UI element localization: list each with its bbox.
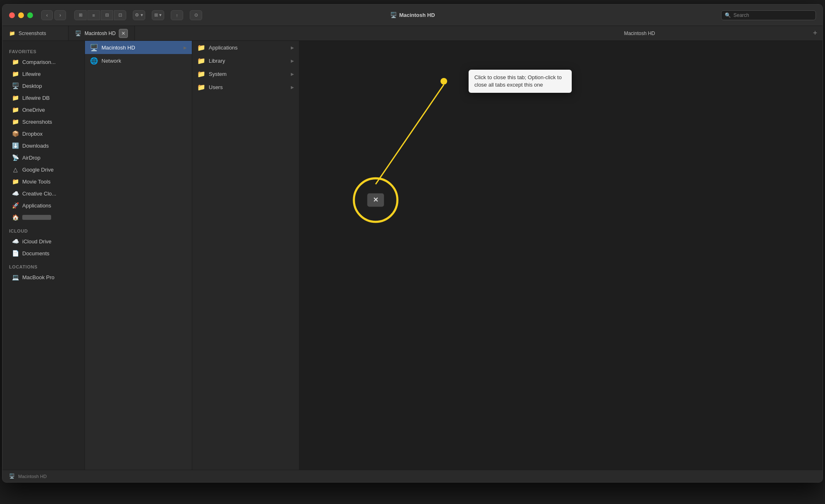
minimize-button[interactable] (18, 12, 24, 18)
main-area: Click to close this tab; Option-click to… (299, 41, 823, 470)
annotation-dot (441, 78, 447, 85)
sidebar-item-applications[interactable]: 🚀 Applications (5, 200, 82, 211)
system-folder-arrow: ▶ (291, 72, 294, 76)
tab-macintosh-hd-label: Macintosh HD (85, 31, 116, 36)
tab-screenshots-icon: 📁 (9, 31, 15, 36)
forward-button[interactable]: › (54, 10, 66, 20)
sidebar-label-creative-cloud: Creative Clo... (22, 191, 56, 197)
file-item-users[interactable]: 📁 Users ▶ (192, 80, 299, 94)
network-label: Network (101, 58, 187, 64)
tab-screenshots[interactable]: 📁 Screenshots (2, 26, 68, 40)
sidebar: Favorites 📁 Comparison... 📁 Lifewire 🖥️ … (2, 41, 85, 470)
library-folder-icon: 📁 (197, 57, 205, 65)
locations-header: Locations (2, 259, 85, 271)
sidebar-item-onedrive[interactable]: 📁 OneDrive (5, 104, 82, 115)
tabs-bar: 📁 Screenshots 🖥️ Macintosh HD ✕ Macintos… (2, 26, 823, 41)
sidebar-label-documents: Documents (22, 250, 50, 257)
close-button[interactable] (9, 12, 15, 18)
sidebar-label-lifewire: Lifewire (22, 71, 41, 77)
annotation-x-bg (367, 193, 384, 207)
tooltip-text: Click to close this tab; Option-click to… (474, 74, 562, 88)
file-item-library[interactable]: 📁 Library ▶ (192, 54, 299, 67)
share-button[interactable]: ↑ (171, 10, 183, 20)
applications-icon: 🚀 (12, 202, 19, 209)
sidebar-label-lifewire-db: Lifewire DB (22, 95, 50, 101)
main-content: Favorites 📁 Comparison... 📁 Lifewire 🖥️ … (2, 41, 823, 470)
sidebar-item-google-drive[interactable]: △ Google Drive (5, 164, 82, 175)
window-title-icon: 🖥️ (390, 12, 397, 18)
macbook-pro-icon: 💻 (12, 273, 19, 281)
network-icon: 🌐 (90, 57, 98, 65)
file-item-macintosh-hd[interactable]: 🖥️ Macintosh HD ▶ (85, 41, 192, 54)
sidebar-item-lifewire[interactable]: 📁 Lifewire (5, 68, 82, 80)
maximize-button[interactable] (27, 12, 33, 18)
sidebar-item-screenshots[interactable]: 📁 Screenshots (5, 116, 82, 127)
folder-icon: 📁 (12, 94, 19, 101)
sidebar-item-icloud-drive[interactable]: ☁️ iCloud Drive (5, 236, 82, 247)
back-button[interactable]: ‹ (41, 10, 53, 20)
annotation-line (376, 85, 444, 184)
column-view-button[interactable]: ⊟ (101, 10, 113, 20)
folder-icon: 📁 (12, 178, 19, 185)
new-tab-button[interactable]: + (808, 26, 823, 40)
group-button[interactable]: ⊞ ▾ (152, 10, 164, 20)
annotation-svg: ✕ (299, 41, 823, 470)
tab-space (135, 26, 471, 40)
sidebar-label-dropbox: Dropbox (22, 131, 42, 137)
tab-macintosh-hd-icon: 🖥️ (75, 31, 81, 36)
sidebar-item-desktop[interactable]: 🖥️ Desktop (5, 80, 82, 92)
sidebar-label-onedrive: OneDrive (22, 107, 45, 113)
applications-folder-icon: 📁 (197, 43, 205, 52)
sidebar-item-creative-cloud[interactable]: ☁️ Creative Clo... (5, 188, 82, 199)
tab-screenshots-label: Screenshots (19, 31, 46, 36)
file-item-network[interactable]: 🌐 Network (85, 54, 192, 67)
folder-icon: 📁 (12, 106, 19, 113)
sidebar-label-google-drive: Google Drive (22, 167, 54, 173)
sidebar-item-documents[interactable]: 📄 Documents (5, 247, 82, 259)
sidebar-item-macbook-pro[interactable]: 💻 MacBook Pro (5, 271, 82, 283)
sidebar-item-airdrop[interactable]: 📡 AirDrop (5, 152, 82, 163)
library-folder-arrow: ▶ (291, 59, 294, 63)
action-button[interactable]: ⚙ ▾ (133, 10, 145, 20)
folder-icon: 📁 (12, 118, 19, 125)
gallery-view-button[interactable]: ⊡ (114, 10, 126, 20)
tab-macintosh-hd[interactable]: 🖥️ Macintosh HD ✕ (68, 26, 135, 40)
tags-button[interactable]: ⊙ (190, 10, 202, 20)
sidebar-label-macbook-pro: MacBook Pro (22, 274, 54, 280)
macintosh-hd-label: Macintosh HD (101, 45, 180, 51)
desktop-icon: 🖥️ (12, 82, 19, 89)
sidebar-item-lifewire-db[interactable]: 📁 Lifewire DB (5, 92, 82, 104)
search-bar[interactable]: 🔍 (721, 10, 816, 20)
home-icon: 🏠 (12, 214, 19, 221)
sidebar-item-comparison[interactable]: 📁 Comparison... (5, 56, 82, 68)
sidebar-label-screenshots: Screenshots (22, 119, 52, 125)
sidebar-item-downloads[interactable]: ⬇️ Downloads (5, 140, 82, 151)
sidebar-label-home-blurred (22, 215, 51, 220)
window-title: 🖥️ Macintosh HD (390, 12, 435, 18)
sidebar-item-dropbox[interactable]: 📦 Dropbox (5, 128, 82, 139)
status-bar-icon: 🖥️ (9, 473, 15, 479)
macintosh-hd-arrow: ▶ (184, 45, 187, 50)
applications-folder-label: Applications (209, 45, 288, 51)
applications-folder-arrow: ▶ (291, 45, 294, 50)
sidebar-label-comparison: Comparison... (22, 59, 56, 65)
users-folder-arrow: ▶ (291, 85, 294, 89)
sidebar-item-movie-tools[interactable]: 📁 Movie Tools (5, 176, 82, 187)
sidebar-label-downloads: Downloads (22, 143, 49, 149)
search-input[interactable] (733, 12, 812, 18)
icloud-header: iCloud (2, 224, 85, 235)
annotation-x-text: ✕ (373, 196, 378, 203)
icon-view-button[interactable]: ⊞ (74, 10, 87, 20)
file-item-system[interactable]: 📁 System ▶ (192, 67, 299, 80)
system-folder-icon: 📁 (197, 70, 205, 78)
tab-close-button[interactable]: ✕ (119, 29, 128, 38)
toolbar-nav: ‹ › (41, 10, 66, 20)
sidebar-item-home[interactable]: 🏠 (5, 212, 82, 223)
dropbox-icon: 📦 (12, 130, 19, 137)
creative-cloud-icon: ☁️ (12, 190, 19, 197)
users-folder-icon: 📁 (197, 83, 205, 91)
list-view-button[interactable]: ≡ (87, 10, 100, 20)
toolbar-views: ⊞ ≡ ⊟ ⊡ (74, 10, 126, 20)
file-item-applications[interactable]: 📁 Applications ▶ (192, 41, 299, 54)
title-bar: ‹ › ⊞ ≡ ⊟ ⊡ ⚙ ▾ ⊞ ▾ ↑ ⊙ 🖥️ Macintosh HD … (2, 5, 823, 26)
